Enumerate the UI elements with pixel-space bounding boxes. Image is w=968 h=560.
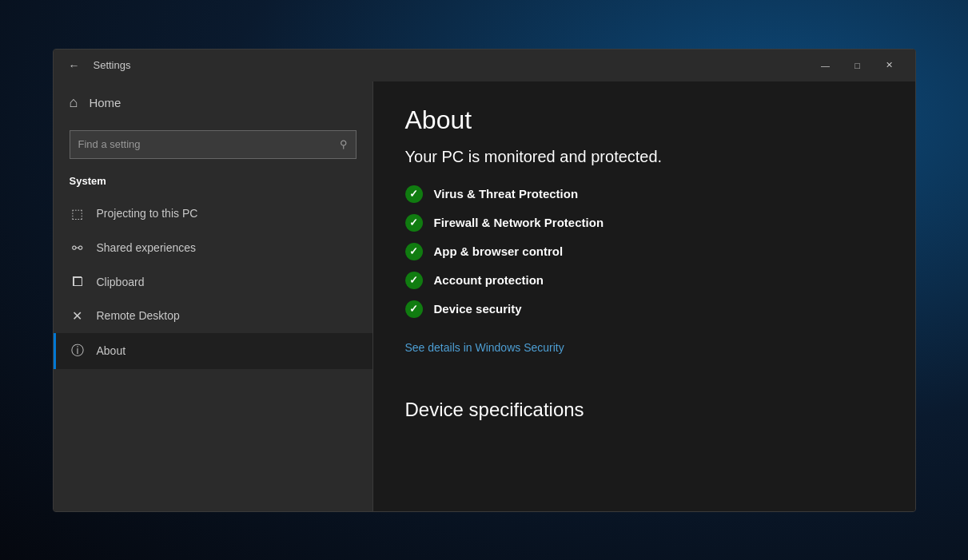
sidebar-item-about[interactable]: ⓘ About <box>54 333 372 369</box>
about-icon: ⓘ <box>70 343 86 359</box>
close-button[interactable]: ✕ <box>874 53 906 78</box>
protection-label-virus: Virus & Threat Protection <box>434 187 579 201</box>
content-area: About Your PC is monitored and protected… <box>373 81 915 511</box>
search-icon: ⚲ <box>340 138 348 150</box>
back-button[interactable]: ← <box>63 54 86 77</box>
protection-item-firewall: Firewall & Network Protection <box>405 214 883 232</box>
sidebar-item-home[interactable]: ⌂ Home <box>54 81 372 124</box>
sidebar: ⌂ Home ⚲ System ⬚ Projecting to this PC … <box>54 81 373 511</box>
sidebar-item-shared[interactable]: ⚯ Shared experiences <box>54 231 372 265</box>
sidebar-item-remote[interactable]: ✕ Remote Desktop <box>54 299 372 333</box>
search-box: ⚲ <box>70 130 357 159</box>
sidebar-item-label: Clipboard <box>97 276 145 288</box>
protection-label-device: Device security <box>434 302 522 316</box>
sidebar-item-label: Shared experiences <box>97 241 197 254</box>
check-icon-device <box>405 300 423 318</box>
protection-item-device: Device security <box>405 300 883 318</box>
projecting-icon: ⬚ <box>70 206 86 221</box>
sidebar-item-clipboard[interactable]: ⧠ Clipboard <box>54 265 372 299</box>
section-title: System <box>54 169 372 197</box>
remote-icon: ✕ <box>70 308 86 324</box>
home-icon: ⌂ <box>70 94 78 111</box>
window-controls: — □ ✕ <box>810 53 906 78</box>
shared-icon: ⚯ <box>70 240 86 256</box>
sidebar-item-projecting[interactable]: ⬚ Projecting to this PC <box>54 197 372 231</box>
device-specs-title: Device specifications <box>405 399 883 421</box>
protection-label-firewall: Firewall & Network Protection <box>434 216 604 229</box>
details-link[interactable]: See details in Windows Security <box>405 341 564 354</box>
check-icon-account <box>405 272 423 289</box>
window-body: ⌂ Home ⚲ System ⬚ Projecting to this PC … <box>54 81 915 511</box>
sidebar-item-label: Projecting to this PC <box>97 207 198 220</box>
titlebar: ← Settings — □ ✕ <box>54 50 915 81</box>
sidebar-item-label: About <box>97 344 126 357</box>
protection-item-browser: App & browser control <box>405 243 883 260</box>
settings-window: ← Settings — □ ✕ ⌂ Home ⚲ <box>53 49 916 512</box>
check-icon-virus <box>405 185 423 203</box>
search-input[interactable] <box>78 138 340 150</box>
check-icon-firewall <box>405 214 423 232</box>
check-icon-browser <box>405 243 423 260</box>
clipboard-icon: ⧠ <box>70 275 86 289</box>
protection-item-virus: Virus & Threat Protection <box>405 185 883 203</box>
protection-label-browser: App & browser control <box>434 244 564 258</box>
sidebar-item-label: Remote Desktop <box>97 309 180 322</box>
protection-status: Your PC is monitored and protected. <box>405 148 883 166</box>
protection-label-account: Account protection <box>434 273 544 287</box>
protection-items-list: Virus & Threat Protection Firewall & Net… <box>405 185 883 318</box>
maximize-button[interactable]: □ <box>842 53 874 78</box>
page-title: About <box>405 105 883 135</box>
protection-item-account: Account protection <box>405 272 883 289</box>
minimize-button[interactable]: — <box>810 53 842 78</box>
window-title: Settings <box>94 59 810 71</box>
home-label: Home <box>89 96 121 109</box>
